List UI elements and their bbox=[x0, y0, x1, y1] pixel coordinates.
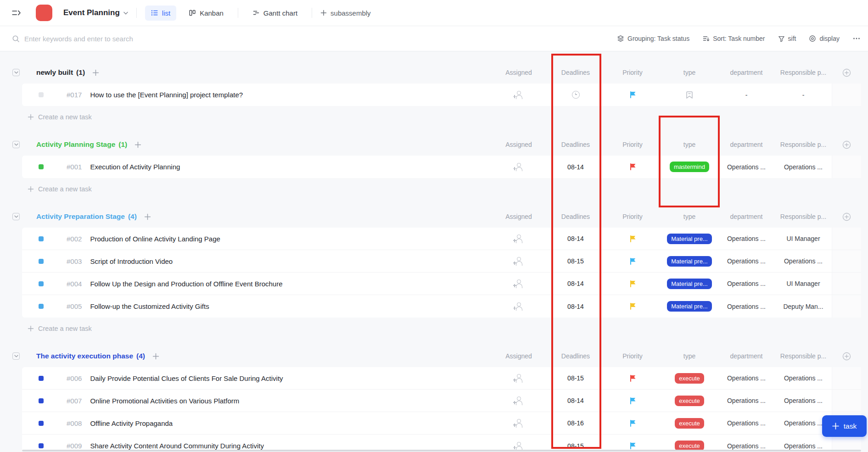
column-header-assigned[interactable]: Assigned bbox=[490, 213, 547, 220]
priority-flag-icon[interactable] bbox=[629, 442, 637, 450]
responsible-cell[interactable]: Operations ... bbox=[775, 442, 832, 450]
column-header-deadlines[interactable]: Deadlines bbox=[547, 213, 604, 220]
chevron-down-icon[interactable] bbox=[123, 11, 128, 15]
more-options-icon[interactable] bbox=[852, 34, 861, 43]
collapse-group-icon[interactable] bbox=[12, 213, 20, 220]
task-status-icon[interactable] bbox=[39, 376, 44, 381]
column-header-department[interactable]: department bbox=[718, 69, 775, 76]
task-status-icon[interactable] bbox=[39, 443, 44, 448]
department-cell[interactable]: Operations ... bbox=[718, 303, 775, 310]
task-status-icon[interactable] bbox=[39, 398, 44, 403]
type-tag[interactable]: execute bbox=[675, 373, 704, 384]
tab-gantt-chart[interactable]: Gantt chart bbox=[246, 6, 303, 21]
responsible-cell[interactable]: Operations ... bbox=[775, 163, 832, 171]
responsible-cell[interactable]: Operations ... bbox=[775, 257, 832, 265]
task-status-icon[interactable] bbox=[39, 164, 44, 169]
column-header-deadlines[interactable]: Deadlines bbox=[547, 141, 604, 148]
group-title[interactable]: Activity Preparation Stage bbox=[36, 212, 125, 221]
department-cell[interactable]: Operations ... bbox=[718, 257, 775, 265]
search-input[interactable] bbox=[24, 35, 617, 43]
column-header-type[interactable]: type bbox=[661, 352, 718, 360]
column-header-priority[interactable]: Priority bbox=[604, 141, 661, 148]
table-row[interactable]: #004 Follow Up the Design and Production… bbox=[22, 273, 861, 295]
assign-user-icon[interactable] bbox=[515, 162, 523, 171]
responsible-cell[interactable]: UI Manager bbox=[775, 280, 832, 287]
column-header-department[interactable]: department bbox=[718, 352, 775, 360]
responsible-cell[interactable]: Operations ... bbox=[775, 397, 832, 404]
assign-user-icon[interactable] bbox=[515, 441, 523, 450]
department-cell[interactable]: - bbox=[718, 91, 775, 99]
assign-user-icon[interactable] bbox=[515, 419, 523, 428]
type-tag[interactable]: execute bbox=[675, 396, 704, 406]
assign-user-icon[interactable] bbox=[515, 234, 523, 243]
assign-user-icon[interactable] bbox=[515, 302, 523, 311]
deadline-cell[interactable]: 08-14 bbox=[547, 397, 604, 404]
responsible-cell[interactable]: UI Manager bbox=[775, 235, 832, 242]
collapse-group-icon[interactable] bbox=[12, 141, 20, 148]
priority-flag-icon[interactable] bbox=[629, 91, 637, 99]
deadline-cell[interactable]: 08-15 bbox=[547, 257, 604, 265]
department-cell[interactable]: Operations ... bbox=[718, 235, 775, 242]
add-column-icon[interactable] bbox=[842, 352, 851, 361]
deadline-cell[interactable]: 08-15 bbox=[547, 374, 604, 382]
table-row[interactable]: #007 Online Promotional Activities on Va… bbox=[22, 390, 861, 412]
column-header-responsible[interactable]: Responsible p... bbox=[775, 69, 832, 76]
task-title[interactable]: Share Activity Content Around Community … bbox=[90, 442, 264, 450]
priority-flag-icon[interactable] bbox=[629, 302, 637, 310]
add-view-button[interactable]: subassembly bbox=[320, 9, 371, 17]
create-new-task-button[interactable]: Create a new task bbox=[28, 106, 861, 128]
task-status-icon[interactable] bbox=[39, 421, 44, 426]
deadline-cell[interactable]: 08-16 bbox=[547, 419, 604, 427]
table-row[interactable]: #008 Offline Activity Propaganda 08-16 e… bbox=[22, 412, 861, 435]
assign-user-icon[interactable] bbox=[515, 257, 523, 266]
task-title[interactable]: Follow Up the Design and Production of O… bbox=[90, 280, 282, 288]
type-tag[interactable]: Material pre... bbox=[667, 279, 711, 289]
group-title[interactable]: newly built bbox=[36, 68, 73, 77]
priority-flag-icon[interactable] bbox=[629, 235, 637, 243]
project-logo[interactable] bbox=[36, 5, 52, 21]
task-title[interactable]: Offline Activity Propaganda bbox=[90, 419, 173, 427]
deadline-clock-icon[interactable] bbox=[572, 91, 580, 99]
department-cell[interactable]: Operations ... bbox=[718, 163, 775, 171]
type-tag[interactable]: execute bbox=[675, 418, 704, 429]
project-title[interactable]: Event Planning bbox=[63, 8, 120, 17]
column-header-assigned[interactable]: Assigned bbox=[490, 69, 547, 76]
column-header-priority[interactable]: Priority bbox=[604, 213, 661, 220]
task-title[interactable]: Production of Online Activity Landing Pa… bbox=[90, 235, 220, 243]
add-column-icon[interactable] bbox=[842, 212, 851, 221]
table-row[interactable]: #005 Follow-up the Customized Activity G… bbox=[22, 295, 861, 318]
collapse-group-icon[interactable] bbox=[12, 69, 20, 76]
task-title[interactable]: Script of Introduction Video bbox=[90, 257, 173, 265]
department-cell[interactable]: Operations ... bbox=[718, 419, 775, 427]
deadline-cell[interactable]: 08-14 bbox=[547, 235, 604, 242]
table-row[interactable]: #003 Script of Introduction Video 08-15 … bbox=[22, 250, 861, 273]
assign-user-icon[interactable] bbox=[515, 279, 523, 288]
priority-flag-icon[interactable] bbox=[629, 397, 637, 405]
column-header-deadlines[interactable]: Deadlines bbox=[547, 352, 604, 360]
column-header-type[interactable]: type bbox=[661, 141, 718, 148]
type-tag[interactable]: Material pre... bbox=[667, 256, 711, 267]
table-row[interactable]: #006 Daily Provide Potential Clues of Cl… bbox=[22, 367, 861, 390]
responsible-cell[interactable]: Deputy Man... bbox=[775, 303, 832, 310]
sort-control[interactable]: Sort: Task number bbox=[702, 35, 765, 42]
task-title[interactable]: How to use the [Event Planning] project … bbox=[90, 91, 243, 99]
column-header-assigned[interactable]: Assigned bbox=[490, 352, 547, 360]
task-status-icon[interactable] bbox=[39, 259, 44, 264]
type-tag[interactable]: mastermind bbox=[670, 162, 709, 172]
column-header-deadlines[interactable]: Deadlines bbox=[547, 69, 604, 76]
task-title[interactable]: Follow-up the Customized Activity Gifts bbox=[90, 302, 209, 310]
priority-flag-icon[interactable] bbox=[629, 163, 637, 171]
priority-flag-icon[interactable] bbox=[629, 419, 637, 427]
type-tag[interactable]: Material pre... bbox=[667, 234, 711, 244]
task-title[interactable]: Daily Provide Potential Clues of Clients… bbox=[90, 374, 283, 382]
column-header-department[interactable]: department bbox=[718, 141, 775, 148]
deadline-cell[interactable]: 08-14 bbox=[547, 163, 604, 171]
task-title[interactable]: Execution of Activity Planning bbox=[90, 163, 180, 171]
display-control[interactable]: display bbox=[809, 35, 840, 42]
task-status-icon[interactable] bbox=[39, 281, 44, 286]
add-task-to-group-icon[interactable] bbox=[92, 69, 99, 76]
deadline-cell[interactable]: 08-14 bbox=[547, 280, 604, 287]
priority-flag-icon[interactable] bbox=[629, 280, 637, 288]
group-title[interactable]: The activity execution phase bbox=[36, 352, 133, 360]
task-status-icon[interactable] bbox=[39, 236, 44, 241]
